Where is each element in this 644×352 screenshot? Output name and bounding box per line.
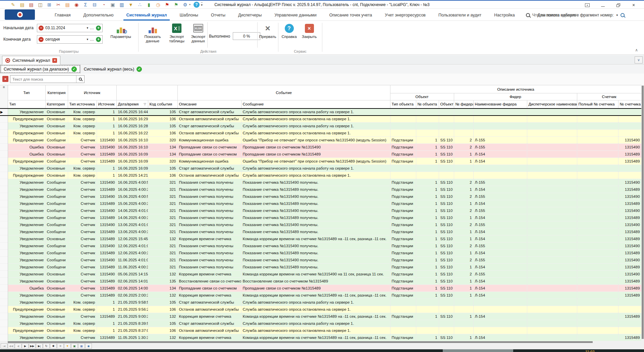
edit-record-button[interactable]: ▣ [71,343,78,349]
settings-gear-icon[interactable]: ⚙ [182,2,188,8]
green-flags-icon[interactable]: ⚑ [173,2,179,8]
table-row[interactable]: УведомлениеОсновныеКом. сервер116.06.202… [0,123,641,130]
new-document-icon[interactable]: ▤ [64,2,70,8]
chart-sum-icon[interactable]: Σ [83,2,89,8]
filter-button[interactable]: ▼ [64,343,71,349]
ribbon-tab[interactable]: Отчеты [205,9,232,20]
chevron-down-icon[interactable]: ▾ [87,38,88,41]
col-datetime[interactable]: Дата/время▽ [116,100,148,108]
scheme-icon[interactable]: ∴ [137,2,143,8]
group-feeder[interactable]: Фидер [454,93,577,100]
qat-overflow-icon[interactable]: ▾ [201,2,203,7]
table-sum-icon[interactable]: ⊟ [92,2,98,8]
table-row[interactable]: УведомлениеСообщениСчетчик131549016.06.2… [0,179,641,186]
start-date-field[interactable]: − 03.11.2024 ▾ … + [37,24,103,32]
add-date-icon[interactable]: + [96,26,101,31]
close-tab-icon[interactable]: × [52,58,57,63]
ribbon-tab[interactable]: Системный журнал [120,9,173,20]
abort-button[interactable]: × Прервать [257,23,278,39]
table-row[interactable]: ПредупреждениеОсновныеКом. сервер121.05.… [0,306,641,313]
table-row[interactable]: ПредупреждениеОсновныеКом. сервер121.05.… [0,327,641,334]
ribbon-tab[interactable]: Настройка [488,9,521,20]
table-row[interactable]: УведомлениеСообщениСчетчик131548914.06.2… [0,214,641,221]
table-row[interactable]: УведомлениеОсновныеСчетчик131548921.05.2… [0,313,641,320]
table-row[interactable]: ПредупреждениеОсновныеКом. сервер116.06.… [0,116,641,123]
find-button[interactable]: ◉ [85,343,92,349]
table-row[interactable]: УведомлениеОсновныеКом. сервер121.05.202… [0,299,641,306]
clear-search-button[interactable]: × [2,76,8,82]
filter-window-icon[interactable]: ▼ [128,2,134,8]
help-button[interactable]: ? Справка [280,23,299,39]
col-source[interactable]: Источник [97,100,116,108]
ribbon-tab[interactable]: Диспетчеры [232,9,268,20]
group-object[interactable]: Объект [390,93,454,100]
ribbon-tab[interactable]: Шаблоны [173,9,204,20]
ribbon-tab[interactable]: Главная [48,9,77,20]
export-table-button[interactable]: X Экспорт таблицы [166,23,187,43]
page-next-button[interactable]: ▶▶ [29,343,36,349]
search-input[interactable] [10,77,76,81]
table-row[interactable]: ПредупреждениеОсновныеКом. сервер116.06.… [0,130,641,137]
collapse-ribbon-button[interactable]: ∧ [635,48,638,52]
table-row[interactable]: УведомлениеОсновныеСчетчик131549005.06.2… [0,271,641,278]
journal-subtab[interactable]: Системный журнал (за диапазон)✓ [0,65,80,73]
table-row[interactable]: ОшибкаОсновныеСчетчик131548916.06.2025 1… [0,151,641,158]
app-menu-button[interactable] [5,9,35,20]
clear-date-icon[interactable]: − [39,26,44,31]
next-row-button[interactable]: ▶ [22,343,29,349]
group-source-description[interactable]: Описание источника [390,85,641,93]
table-row[interactable]: УведомлениеСообщениСчетчик131548915.06.2… [0,200,641,207]
table-row[interactable]: УведомлениеОсновныеКом. сервер121.05.202… [0,320,641,327]
table-row[interactable]: УведомлениеСообщениСчетчик131548912.06.2… [0,250,641,257]
vertical-scrollbar[interactable] [641,85,644,341]
help-icon[interactable]: ? [194,2,200,8]
table-row[interactable]: УведомлениеОсновныеКом. сервер116.06.202… [0,165,641,172]
gauge-icon[interactable]: ◔ [101,2,107,8]
tab-list-button[interactable]: ∨ [635,56,643,63]
col-message[interactable]: Сообщение [241,100,390,108]
parameters-button[interactable]: ⚙ Параметры [110,23,131,39]
col-object[interactable]: Объект [439,100,454,108]
table-row[interactable]: УведомлениеСообщениСчетчик131549012.06.2… [0,243,641,250]
col-type[interactable]: Тип [8,100,45,108]
col-feeder-no[interactable]: № фидера [454,100,473,108]
close-journal-button[interactable]: × Закрыть [300,23,319,39]
col-description[interactable]: Описание [177,100,241,108]
table-row[interactable]: ПредупреждениеСообщениСчетчик131549016.0… [0,137,641,144]
table-row[interactable]: УведомлениеСообщениСчетчик131548916.06.2… [0,186,641,193]
table-row[interactable]: ПредупреждениеСообщениСчетчик131548916.0… [0,158,641,165]
ribbon-tab[interactable]: Дополнительно [77,9,120,20]
export-window-icon[interactable]: ◫ [37,2,43,8]
group-category[interactable]: Категория [45,85,68,100]
table-row[interactable]: УведомлениеОсновныеСчетчик131548911.05.2… [0,334,641,341]
run-search-button[interactable] [76,76,84,83]
prior-row-button[interactable]: ◀ [15,343,21,349]
export-data-button[interactable]: XLSX Экспорт данных [187,23,209,43]
add-date-icon[interactable]: + [96,37,101,42]
minimize-button[interactable] [595,2,610,8]
settings-gear-dropdown-icon[interactable]: ▾ [189,3,191,6]
group-type[interactable]: Тип [8,85,45,100]
col-source-type[interactable]: Тип источника [68,100,97,108]
edit-journal-icon[interactable]: ✎ [10,2,16,8]
chevron-down-icon[interactable]: ▾ [87,26,88,30]
ellipsis-icon[interactable]: … [90,26,94,30]
journal-subtab[interactable]: Системный журнал (весь)✓ [80,65,145,73]
close-button[interactable]: × [626,2,641,8]
fragment-search[interactable]: Для поиска наберите фрагмент номер: ▾ [537,9,625,21]
ellipsis-icon[interactable]: … [90,37,94,42]
ribbon-tab[interactable]: Управление данными [268,9,323,20]
table-row[interactable]: УведомлениеОсновныеСчетчик131548902.06.2… [0,278,641,285]
group-source[interactable]: Источник [68,85,116,100]
ribbon-tab[interactable]: Пользователи и аудит [432,9,488,20]
col-object-type[interactable]: Тип объекта [390,100,416,108]
table-row[interactable]: УведомлениеСообщениСчетчик131549014.06.2… [0,207,641,214]
end-date-field[interactable]: − сегодня ▾ … + [37,35,103,44]
table-row[interactable]: УведомлениеСообщениСчетчик131548913.06.2… [0,228,641,235]
col-full-meter-no[interactable]: Полный № счетчика [577,100,618,108]
table-row[interactable]: ОшибкаОсновныеСчетчик131549016.06.2025 1… [0,144,641,151]
pin-panel-button[interactable]: ▴ [580,2,595,8]
clock-window-icon[interactable]: ◷ [155,2,161,8]
clear-date-icon[interactable]: − [39,37,44,42]
map-pin-icon[interactable]: ◉ [73,2,79,8]
